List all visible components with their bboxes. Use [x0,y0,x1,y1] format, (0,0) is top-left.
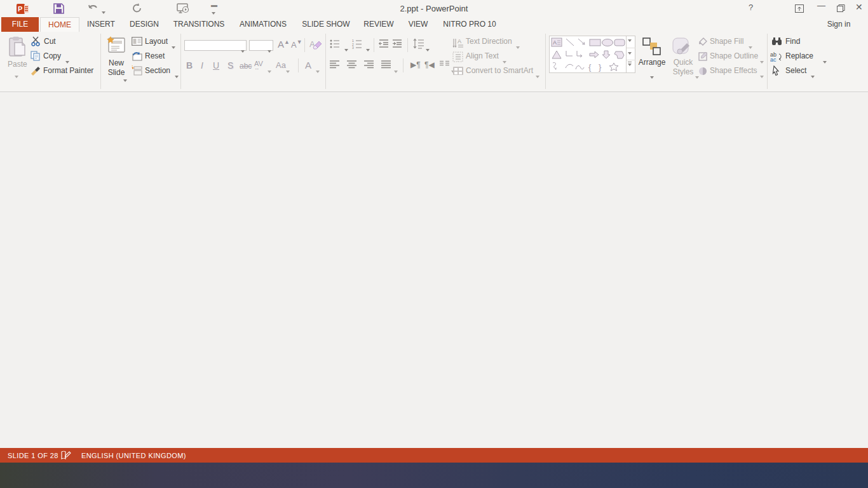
svg-text:P: P [18,5,22,13]
svg-text:ac: ac [770,57,776,62]
svg-text:{: { [588,62,592,72]
svg-text:A: A [553,39,557,46]
svg-text:A: A [458,38,461,44]
svg-text:3: 3 [352,46,354,49]
svg-text:}: } [599,62,602,72]
